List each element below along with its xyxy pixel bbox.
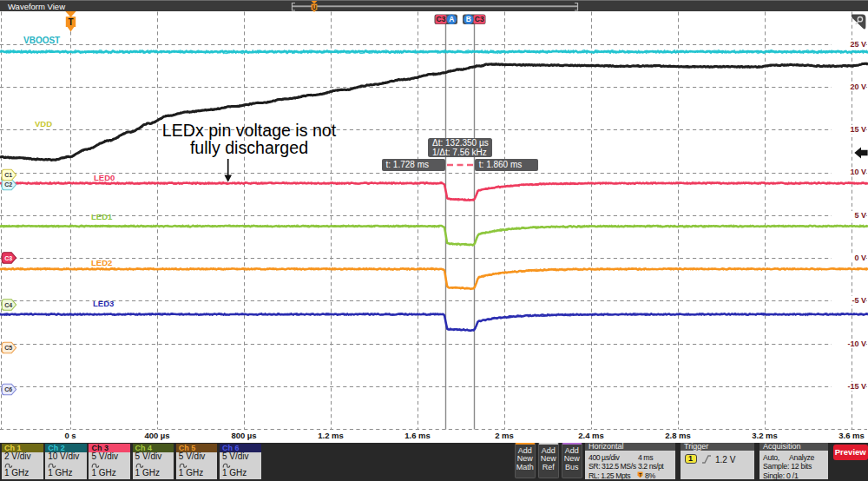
svg-text:C3: C3 (437, 15, 446, 23)
svg-text:C1: C1 (4, 172, 12, 178)
svg-text:C3: C3 (475, 15, 484, 23)
svg-text:C6: C6 (4, 386, 12, 392)
svg-text:A: A (449, 15, 454, 23)
svg-text:C2: C2 (4, 181, 12, 188)
svg-text:C5: C5 (4, 345, 12, 351)
svg-text:T: T (68, 17, 73, 27)
svg-text:B: B (466, 15, 471, 23)
svg-text:C3: C3 (4, 255, 12, 261)
svg-text:C4: C4 (4, 302, 12, 308)
svg-text:U: U (312, 4, 317, 10)
